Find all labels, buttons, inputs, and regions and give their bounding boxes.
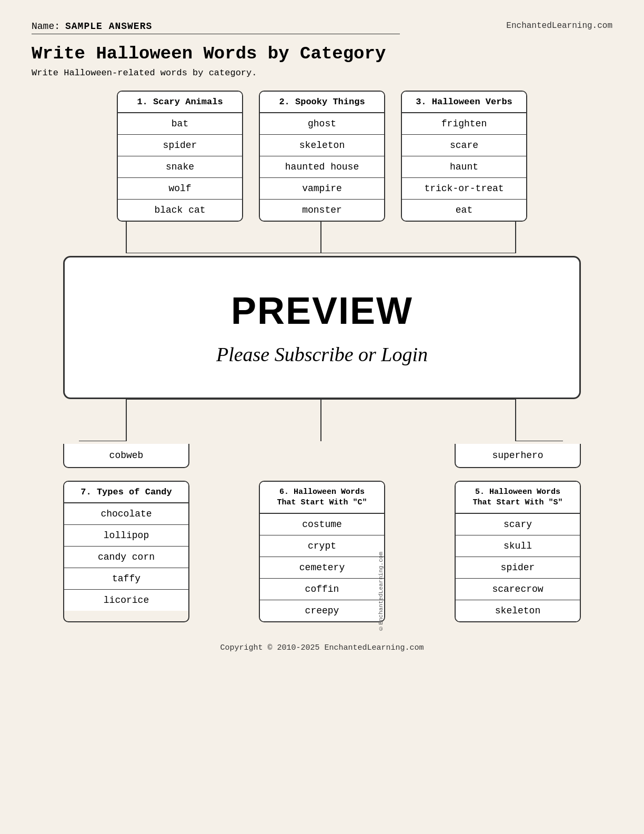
cat7-item-4: taffy xyxy=(64,568,188,590)
copyright: Copyright © 2010-2025 EnchantedLearning.… xyxy=(32,643,612,652)
cat2-item-5: monster xyxy=(260,200,384,221)
cat1-header: 1. Scary Animals xyxy=(118,92,242,113)
category-6: 6. Halloween WordsThat Start With "C" co… xyxy=(259,481,385,622)
top-connector xyxy=(63,222,581,253)
name-label: Name: xyxy=(32,21,60,32)
cat7-item-3: candy corn xyxy=(64,547,188,568)
cat7-item-2: lollipop xyxy=(64,525,188,547)
header: Name: SAMPLE ANSWERS EnchantedLearning.c… xyxy=(32,21,612,34)
preview-title: PREVIEW xyxy=(86,289,558,332)
cat5-item-3: spider xyxy=(456,557,580,579)
cat2-header: 2. Spooky Things xyxy=(260,92,384,113)
cobweb-cell: cobweb xyxy=(63,444,189,468)
cat6-item-5: creepy xyxy=(260,600,384,621)
partial-row: cobweb superhero xyxy=(63,444,581,468)
category-6-wrap: 6. Halloween WordsThat Start With "C" co… xyxy=(259,481,385,622)
cat1-item-4: wolf xyxy=(118,178,242,200)
cat2-item-1: ghost xyxy=(260,113,384,135)
top-categories: 1. Scary Animals bat spider snake wolf b… xyxy=(32,91,612,222)
superhero-cell: superhero xyxy=(455,444,581,468)
cat5-item-1: scary xyxy=(456,514,580,535)
center-empty xyxy=(205,444,439,468)
cat5-header: 5. Halloween WordsThat Start With "S" xyxy=(456,482,580,514)
cat1-item-2: spider xyxy=(118,135,242,156)
cat7-item-1: chocolate xyxy=(64,503,188,525)
bottom-connector xyxy=(63,399,581,441)
cat5-item-5: skeleton xyxy=(456,600,580,621)
cat7-header: 7. Types of Candy xyxy=(64,482,188,503)
cat2-item-2: skeleton xyxy=(260,135,384,156)
category-2: 2. Spooky Things ghost skeleton haunted … xyxy=(259,91,385,222)
cat6-item-1: costume xyxy=(260,514,384,535)
cat3-item-5: eat xyxy=(402,200,526,221)
cat2-item-4: vampire xyxy=(260,178,384,200)
cat3-item-4: trick-or-treat xyxy=(402,178,526,200)
category-7: 7. Types of Candy chocolate lollipop can… xyxy=(63,481,189,622)
cat3-header: 3. Halloween Verbs xyxy=(402,92,526,113)
preview-subtitle: Please Subscribe or Login xyxy=(86,343,558,366)
cat3-item-2: scare xyxy=(402,135,526,156)
page-title: Write Halloween Words by Category xyxy=(32,44,612,64)
cat5-item-4: scarecrow xyxy=(456,579,580,600)
watermark: ©EnchantedLearning.com xyxy=(378,552,384,631)
cat5-item-2: skull xyxy=(456,535,580,557)
site-name: EnchantedLearning.com xyxy=(506,21,612,31)
name-value: SAMPLE ANSWERS xyxy=(65,21,152,32)
cat6-header: 6. Halloween WordsThat Start With "C" xyxy=(260,482,384,514)
page-subtitle: Write Halloween-related words by categor… xyxy=(32,68,612,78)
preview-area: PREVIEW Please Subscribe or Login xyxy=(63,256,581,399)
cat1-item-3: snake xyxy=(118,156,242,178)
cat1-item-5: black cat xyxy=(118,200,242,221)
cat2-item-3: haunted house xyxy=(260,156,384,178)
cat6-item-2: crypt xyxy=(260,535,384,557)
cat6-item-3: cemetery xyxy=(260,557,384,579)
cat3-item-1: frighten xyxy=(402,113,526,135)
cat3-item-3: haunt xyxy=(402,156,526,178)
category-5: 5. Halloween WordsThat Start With "S" sc… xyxy=(455,481,581,622)
category-1: 1. Scary Animals bat spider snake wolf b… xyxy=(117,91,243,222)
cat1-item-1: bat xyxy=(118,113,242,135)
bottom-categories: 7. Types of Candy chocolate lollipop can… xyxy=(63,481,581,622)
name-line: Name: SAMPLE ANSWERS xyxy=(32,21,400,34)
cat7-item-5: licorice xyxy=(64,590,188,611)
category-3: 3. Halloween Verbs frighten scare haunt … xyxy=(401,91,527,222)
cat6-item-4: coffin xyxy=(260,579,384,600)
